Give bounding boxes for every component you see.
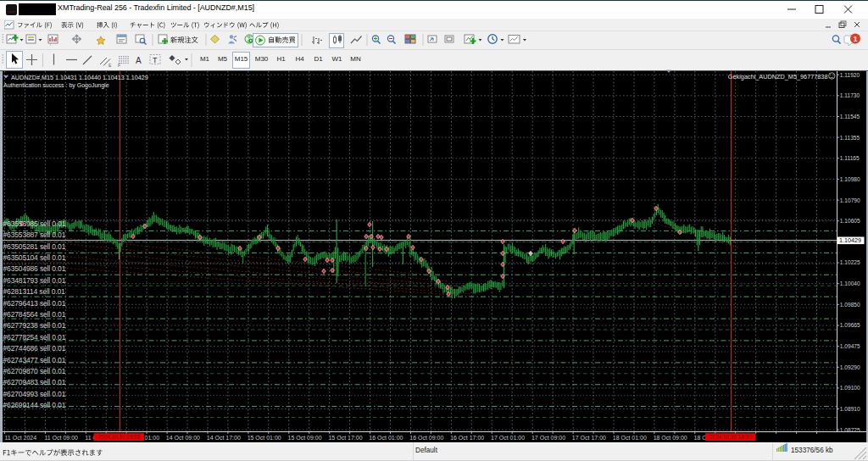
svg-text:17 Oct 01:00: 17 Oct 01:00 — [491, 435, 525, 441]
svg-text:17 Oct 09:00: 17 Oct 09:00 — [531, 435, 565, 441]
svg-text:#63481793 sell 0.01: #63481793 sell 0.01 — [3, 276, 66, 285]
svg-text:#63553985 sell 0.01: #63553985 sell 0.01 — [3, 219, 66, 228]
svg-text:#62813114 sell 0.01: #62813114 sell 0.01 — [3, 287, 66, 296]
svg-text:16 Oct 01:00: 16 Oct 01:00 — [369, 435, 403, 441]
svg-text:Authentication success : by Go: Authentication success : by GogoJungle — [3, 82, 109, 89]
svg-text:15 Oct 09:00: 15 Oct 09:00 — [288, 435, 322, 441]
svg-text:11 Oct 09:00: 11 Oct 09:00 — [44, 435, 78, 441]
svg-text:#62709483 sell 0.01: #62709483 sell 0.01 — [3, 378, 66, 386]
svg-text:#63504986 sell 0.01: #63504986 sell 0.01 — [3, 264, 66, 273]
svg-text:1.11165: 1.11165 — [840, 155, 860, 161]
svg-text:1.08725: 1.08725 — [840, 427, 860, 433]
svg-text:#62796413 sell 0.01: #62796413 sell 0.01 — [3, 299, 66, 308]
svg-text:1.11730: 1.11730 — [840, 92, 860, 98]
svg-text:#63553887 sell 0.01: #63553887 sell 0.01 — [3, 230, 66, 239]
svg-text:#62704993 sell 0.01: #62704993 sell 0.01 — [3, 390, 66, 398]
svg-text:18 Oct 01:00: 18 Oct 01:00 — [613, 435, 647, 441]
svg-text:14 Oct 17:00: 14 Oct 17:00 — [207, 435, 241, 441]
svg-text:#62699144 sell 0.01: #62699144 sell 0.01 — [3, 401, 66, 409]
svg-text:AUDNZD#,M15 1.10431 1.10440 1: AUDNZD#,M15 1.10431 1.10440 1.10413 1.10… — [11, 74, 148, 81]
svg-text:1.09665: 1.09665 — [840, 322, 860, 328]
svg-text:1.09850: 1.09850 — [840, 302, 860, 308]
svg-text:11 Oct 2024: 11 Oct 2024 — [4, 435, 36, 441]
svg-text:1.10040: 1.10040 — [840, 280, 860, 286]
svg-text:1.10605: 1.10605 — [840, 218, 860, 224]
svg-text:16 Oct 17:00: 16 Oct 17:00 — [450, 435, 484, 441]
svg-text:15 Oct 01:00: 15 Oct 01:00 — [248, 435, 281, 441]
svg-text:#63505281 sell 0.01: #63505281 sell 0.01 — [3, 242, 66, 251]
svg-text:1.10980: 1.10980 — [840, 176, 860, 182]
svg-text:2024.10.11 23:55: 2024.10.11 23:55 — [98, 434, 141, 440]
svg-text:17 Oct 17:00: 17 Oct 17:00 — [572, 435, 606, 441]
svg-text:#62743477 sell 0.01: #62743477 sell 0.01 — [3, 356, 66, 364]
svg-text:14 Oct 09:00: 14 Oct 09:00 — [166, 435, 200, 441]
svg-text:1.10790: 1.10790 — [840, 197, 860, 203]
svg-text:#62778254 sell 0.01: #62778254 sell 0.01 — [3, 333, 66, 342]
svg-text:2024.10.18 18:30: 2024.10.18 18:30 — [709, 434, 752, 440]
svg-text:#62784564 sell 0.01: #62784564 sell 0.01 — [3, 310, 66, 319]
svg-text:Gekigachi_AUDNZD_M5_96777838: Gekigachi_AUDNZD_M5_96777838 — [728, 73, 828, 81]
svg-text:#62709870 sell 0.01: #62709870 sell 0.01 — [3, 367, 66, 375]
svg-text:1.11920: 1.11920 — [840, 72, 860, 78]
svg-text:#63505104 sell 0.01: #63505104 sell 0.01 — [3, 253, 66, 262]
svg-text:18 Oct 09:00: 18 Oct 09:00 — [654, 435, 687, 441]
svg-text:1.09100: 1.09100 — [840, 385, 860, 391]
svg-text:1.09475: 1.09475 — [840, 343, 860, 349]
svg-text:#62744686 sell 0.01: #62744686 sell 0.01 — [3, 344, 66, 353]
svg-text:15 Oct 17:00: 15 Oct 17:00 — [328, 435, 362, 441]
svg-text:1.09290: 1.09290 — [840, 364, 860, 370]
svg-text:1.11355: 1.11355 — [840, 135, 860, 141]
svg-text:16 Oct 09:00: 16 Oct 09:00 — [409, 435, 443, 441]
svg-text:1.10225: 1.10225 — [840, 259, 860, 265]
svg-text:1.08910: 1.08910 — [840, 406, 860, 412]
svg-text:#62779238 sell 0.01: #62779238 sell 0.01 — [3, 321, 66, 330]
svg-text:1.10429: 1.10429 — [839, 236, 861, 244]
svg-text:1.11545: 1.11545 — [840, 114, 860, 119]
